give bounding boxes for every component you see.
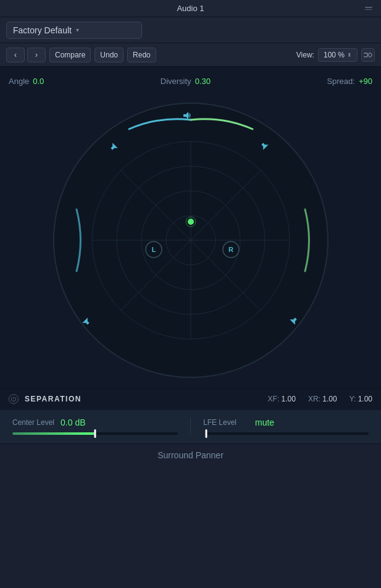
plugin-name-label: Surround Panner	[157, 450, 224, 460]
center-level-slider[interactable]	[12, 432, 178, 435]
view-label: View:	[296, 51, 314, 59]
center-level-value[interactable]: 0.0 dB	[61, 418, 85, 427]
chain-link-button[interactable]	[361, 48, 375, 62]
separation-header: SEPARATION XF: 1.00 XR: 1.00 Y: 1.00	[9, 394, 372, 404]
view-value-display[interactable]: 100 % ⬍	[318, 48, 358, 62]
prev-button[interactable]: ‹	[6, 48, 25, 62]
angle-value[interactable]: 0.0	[33, 77, 44, 86]
svg-text:L: L	[151, 246, 156, 253]
angle-param: Angle 0.0	[9, 77, 44, 86]
lfe-level-group: LFE Level mute	[203, 418, 369, 435]
center-level-thumb[interactable]	[94, 429, 96, 438]
preset-dropdown[interactable]: Factory Default ▾	[6, 22, 142, 39]
plugin-area: Angle 0.0 Diversity 0.30 Spread: +90	[0, 67, 381, 388]
center-level-group: Center Level 0.0 dB	[12, 418, 178, 435]
svg-text:R: R	[228, 246, 233, 253]
center-level-fill	[12, 432, 95, 435]
angle-label: Angle	[9, 77, 29, 86]
separation-section: SEPARATION XF: 1.00 XR: 1.00 Y: 1.00	[0, 388, 381, 410]
redo-button[interactable]: Redo	[127, 48, 156, 62]
preset-bar: Factory Default ▾	[0, 17, 381, 43]
title-bar: Audio 1	[0, 0, 381, 17]
panner-svg: L R	[49, 98, 333, 382]
lfe-level-value[interactable]: mute	[255, 418, 274, 427]
lfe-level-label: LFE Level	[203, 418, 237, 427]
diversity-label: Diversity	[161, 77, 191, 86]
undo-button[interactable]: Undo	[94, 48, 124, 62]
level-controls: Center Level 0.0 dB LFE Level mute	[0, 410, 381, 443]
params-row: Angle 0.0 Diversity 0.30 Spread: +90	[9, 73, 372, 92]
level-divider	[190, 418, 191, 435]
separation-label: SEPARATION	[25, 395, 82, 403]
xf-param: XF: 1.00	[268, 395, 296, 403]
preset-label: Factory Default	[13, 25, 72, 35]
toolbar: ‹ › Compare Undo Redo View: 100 % ⬍	[0, 43, 381, 67]
diversity-value[interactable]: 0.30	[195, 77, 211, 86]
lfe-level-slider[interactable]	[203, 432, 369, 435]
panner-container: L R	[0, 92, 381, 388]
svg-point-9	[188, 219, 194, 225]
view-stepper-icon[interactable]: ⬍	[347, 52, 352, 58]
center-level-header: Center Level 0.0 dB	[12, 418, 178, 427]
separation-power-button[interactable]	[9, 394, 19, 404]
spread-param: Spread: +90	[327, 77, 372, 86]
next-button[interactable]: ›	[27, 48, 46, 62]
nav-buttons: ‹ ›	[6, 48, 46, 62]
bottom-bar: Surround Panner	[0, 443, 381, 466]
panner-ring[interactable]: L R	[49, 98, 333, 382]
separation-params: XF: 1.00 XR: 1.00 Y: 1.00	[268, 395, 372, 403]
spread-value[interactable]: +90	[359, 77, 372, 86]
lfe-level-header: LFE Level mute	[203, 418, 369, 427]
xr-param: XR: 1.00	[308, 395, 337, 403]
diversity-param: Diversity 0.30	[161, 77, 211, 86]
y-param: Y: 1.00	[350, 395, 372, 403]
view-control: View: 100 % ⬍	[296, 48, 375, 62]
center-level-label: Center Level	[12, 418, 54, 427]
lfe-level-thumb[interactable]	[206, 429, 207, 438]
spread-label: Spread:	[327, 77, 355, 86]
window-grip	[365, 6, 372, 11]
window-title: Audio 1	[177, 4, 204, 13]
chevron-down-icon: ▾	[76, 27, 135, 33]
compare-button[interactable]: Compare	[49, 48, 91, 62]
